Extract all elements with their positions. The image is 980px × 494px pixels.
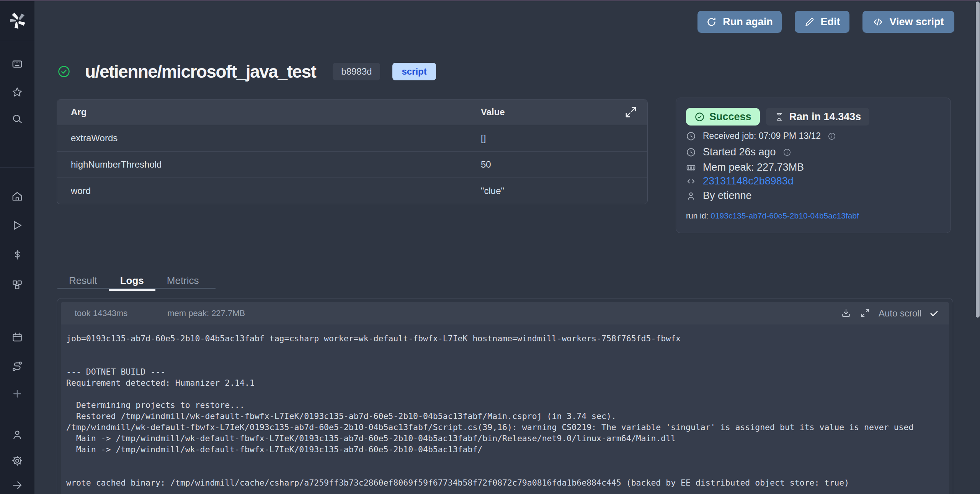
info-icon[interactable] — [828, 132, 836, 140]
col-header-value: Value — [481, 107, 647, 117]
top-accent-line — [0, 0, 980, 1]
log-body[interactable]: job=0193c135-ab7d-60e5-2b10-04b5ac13fabf… — [61, 324, 949, 494]
favorites-star-icon[interactable] — [11, 86, 23, 98]
status-badge: Success — [686, 108, 760, 126]
arg-name-cell: highNumberThreshold — [57, 159, 481, 170]
arg-name-cell: word — [57, 186, 481, 196]
variables-icon[interactable] — [11, 249, 23, 261]
success-check-icon — [57, 65, 70, 78]
run-id-label: run id: — [686, 211, 710, 220]
arg-value-cell: 50 — [481, 159, 647, 170]
status-row: Success Ran in 14.343s — [686, 108, 869, 126]
home-icon[interactable] — [11, 190, 23, 202]
sidebar — [0, 0, 34, 494]
download-logs-icon[interactable] — [840, 308, 852, 319]
auto-scroll-label: Auto scroll — [879, 308, 921, 319]
arg-name-cell: extraWords — [57, 133, 481, 143]
page-scrollbar — [975, 0, 980, 494]
page-title: u/etienne/microsoft_java_test — [85, 61, 316, 82]
log-panel: took 14343ms mem peak: 227.7MB Auto scro… — [57, 298, 953, 494]
runs-icon[interactable] — [11, 219, 23, 232]
edit-button[interactable]: Edit — [795, 11, 849, 33]
title-row: u/etienne/microsoft_java_test b8983d scr… — [57, 61, 436, 82]
result-tabs: Result Logs Metrics — [57, 272, 211, 289]
script-hash-line: 23131148c2b8983d — [686, 175, 794, 187]
mem-peak-line: Mem peak: 227.73MB — [686, 161, 804, 173]
hourglass-icon — [774, 112, 784, 122]
workflows-route-icon[interactable] — [11, 360, 23, 372]
received-line: Received job: 07:09 PM 13/12 — [686, 131, 836, 141]
circle-check-icon — [694, 112, 705, 122]
author-label: By etienne — [703, 190, 752, 202]
edit-label: Edit — [821, 16, 840, 28]
table-row[interactable]: word "clue" — [57, 178, 647, 204]
run-id-line: run id: 0193c135-ab7d-60e5-2b10-04b5ac13… — [686, 211, 859, 220]
pencil-icon — [804, 17, 815, 27]
sidebar-divider — [0, 41, 34, 41]
expand-args-icon[interactable] — [624, 106, 637, 119]
script-type-badge[interactable]: script — [392, 63, 436, 80]
scrollbar-thumb[interactable] — [976, 2, 980, 318]
log-mem-peak: mem peak: 227.7MB — [167, 308, 245, 318]
log-took: took 14343ms — [75, 308, 127, 318]
run-id-link[interactable]: 0193c135-ab7d-60e5-2b10-04b5ac13fabf — [710, 211, 859, 220]
log-text: job=0193c135-ab7d-60e5-2b10-04b5ac13fabf… — [61, 324, 949, 494]
user-icon[interactable] — [11, 429, 23, 441]
job-run-page: Run again Edit View script u/etienne/mic… — [0, 0, 980, 494]
run-again-button[interactable]: Run again — [697, 11, 782, 33]
mem-peak-label: Mem peak: 227.73MB — [703, 161, 804, 173]
collapse-arrow-icon[interactable] — [11, 479, 23, 491]
auto-scroll-checkbox[interactable] — [929, 308, 939, 318]
col-header-arg: Arg — [57, 107, 481, 117]
tab-logs[interactable]: Logs — [109, 272, 155, 289]
code-icon — [686, 176, 696, 186]
table-row[interactable]: extraWords [] — [57, 125, 647, 151]
action-buttons: Run again Edit View script — [697, 11, 954, 33]
status-label: Success — [709, 111, 751, 123]
author-line: By etienne — [686, 190, 752, 202]
clock-icon — [686, 131, 696, 141]
clock-icon — [686, 147, 696, 157]
log-controls: Auto scroll — [840, 308, 949, 319]
code-icon — [873, 17, 883, 27]
info-icon[interactable] — [783, 148, 791, 157]
schedules-calendar-icon[interactable] — [11, 331, 23, 343]
args-table-header: Arg Value — [57, 99, 647, 125]
expand-logs-icon[interactable] — [859, 308, 871, 319]
tab-result[interactable]: Result — [57, 272, 109, 289]
view-script-label: View script — [889, 16, 944, 28]
args-table-body: extraWords [] highNumberThreshold 50 wor… — [57, 125, 647, 204]
log-header: took 14343ms mem peak: 227.7MB Auto scro… — [61, 302, 949, 324]
arg-value-cell: [] — [481, 133, 647, 143]
started-label: Started 26s ago — [703, 146, 776, 158]
duration-label: Ran in 14.343s — [789, 111, 861, 123]
table-row[interactable]: highNumberThreshold 50 — [57, 151, 647, 178]
person-icon — [686, 191, 696, 201]
log-panel-inner: took 14343ms mem peak: 227.7MB Auto scro… — [61, 302, 949, 494]
refresh-icon — [706, 17, 717, 27]
create-plus-icon[interactable] — [11, 388, 23, 400]
started-line: Started 26s ago — [686, 146, 791, 158]
arg-value-cell: "clue" — [481, 186, 647, 196]
run-again-label: Run again — [723, 16, 773, 28]
duration-chip: Ran in 14.343s — [766, 108, 870, 126]
received-label: Received job: 07:09 PM 13/12 — [703, 131, 821, 141]
script-hash-link[interactable]: 23131148c2b8983d — [703, 175, 794, 187]
args-table: Arg Value extraWords [] highNumberThresh… — [57, 99, 648, 204]
windmill-logo-icon[interactable] — [8, 11, 26, 30]
tab-metrics[interactable]: Metrics — [155, 272, 211, 289]
sidebar-divider — [0, 167, 34, 168]
search-icon[interactable] — [11, 113, 23, 125]
resources-icon[interactable] — [11, 279, 23, 291]
run-info-card: Success Ran in 14.343s Received job: 07:… — [676, 98, 951, 233]
view-script-button[interactable]: View script — [862, 11, 954, 33]
settings-gear-icon[interactable] — [11, 455, 23, 467]
script-hash-badge[interactable]: b8983d — [333, 63, 380, 80]
app-launcher-icon[interactable] — [11, 58, 23, 70]
memory-icon — [686, 163, 696, 173]
